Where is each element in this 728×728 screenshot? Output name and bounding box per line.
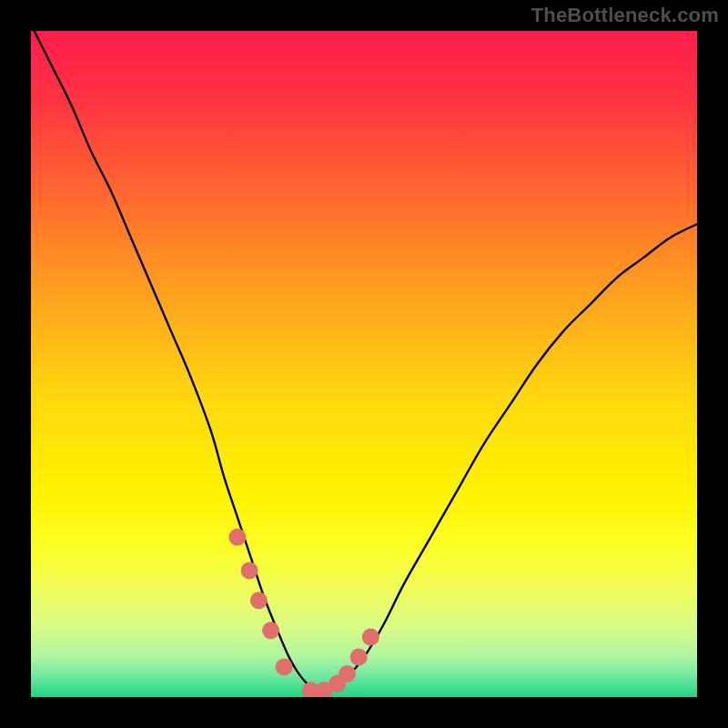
marker-point [262,622,279,639]
marker-point [241,561,258,579]
marker-point [250,592,268,609]
bottleneck-chart [31,31,697,697]
gradient-background [31,31,697,697]
watermark-text: TheBottleneck.com [531,4,719,27]
marker-point [339,665,356,682]
marker-point [350,649,368,666]
chart-frame: TheBottleneck.com [0,0,728,728]
marker-point [362,629,379,646]
marker-point [276,659,293,676]
plot-area [31,31,697,697]
marker-point [228,529,246,546]
